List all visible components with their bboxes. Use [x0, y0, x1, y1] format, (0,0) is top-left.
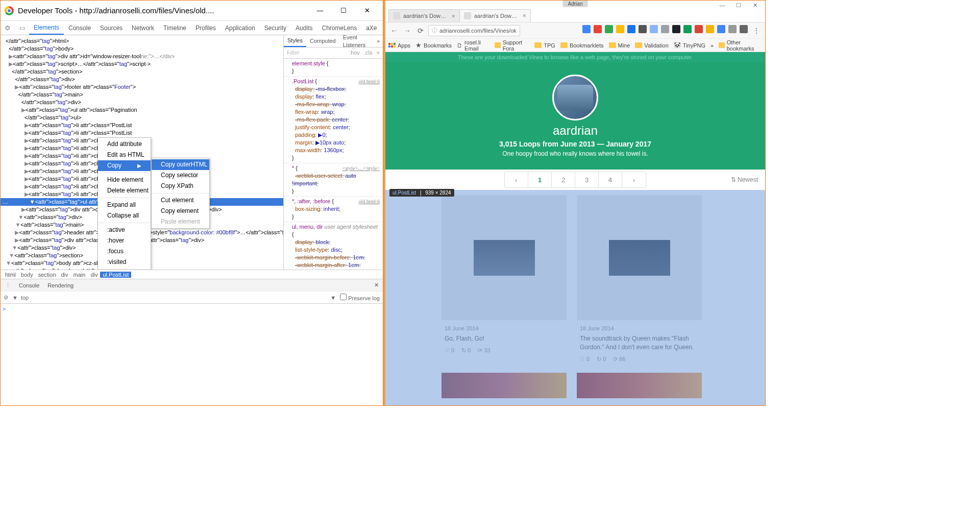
ext-icon[interactable]	[706, 25, 714, 33]
ext-icon[interactable]	[582, 25, 591, 33]
menu-item[interactable]: Copy▶	[98, 160, 151, 171]
menu-item[interactable]: :visited	[98, 257, 151, 268]
page-number[interactable]: 3	[575, 172, 599, 187]
menu-item[interactable]: Copy outerHTML	[152, 159, 209, 170]
menu-item[interactable]: Add attribute	[98, 139, 151, 150]
breadcrumb-item[interactable]: section	[36, 272, 59, 278]
filter-input[interactable]: Filter	[287, 49, 345, 57]
bookmark-item[interactable]: 🐼TinyPNG	[674, 42, 705, 49]
console-body[interactable]: >	[1, 303, 383, 405]
ext-icon[interactable]	[639, 25, 647, 33]
tab-sources[interactable]: Sources	[95, 21, 127, 35]
hov-toggle[interactable]: :hov	[349, 49, 360, 57]
other-bookmarks[interactable]: Other bookmarks	[719, 39, 762, 52]
ext-icon[interactable]	[728, 25, 737, 33]
breadcrumb-item[interactable]: main	[71, 272, 88, 278]
styles-tab-computed[interactable]: Computed	[306, 35, 339, 47]
tab-security[interactable]: Security	[260, 21, 291, 35]
close-icon[interactable]: ×	[451, 12, 455, 20]
breadcrumb-item[interactable]: body	[18, 272, 36, 278]
tab-elements[interactable]: Elements	[29, 21, 64, 35]
apps-button[interactable]: Apps	[388, 42, 410, 49]
ext-icon[interactable]	[740, 25, 748, 33]
tab-chromelens[interactable]: ChromeLens	[317, 21, 361, 35]
bookmark-item[interactable]: Bookmarklets	[560, 42, 604, 49]
menu-item[interactable]: Copy element	[152, 206, 209, 216]
ext-icon[interactable]	[661, 25, 669, 33]
drawer-close-icon[interactable]: ✕	[370, 282, 383, 288]
ext-icon[interactable]	[594, 25, 602, 33]
tab-application[interactable]: Application	[220, 21, 260, 35]
menu-item[interactable]: Copy XPath	[152, 181, 209, 191]
breadcrumb-item[interactable]: ul.PostList	[100, 272, 131, 278]
console-tab[interactable]: Console	[15, 282, 43, 288]
cls-toggle[interactable]: .cls	[364, 49, 373, 57]
drawer-menu-icon[interactable]: ⋮	[1, 278, 15, 292]
site-info-icon[interactable]: ⓘ	[432, 27, 437, 34]
bookmark-item[interactable]: TPG	[534, 42, 555, 49]
menu-item[interactable]: Delete element	[98, 185, 151, 196]
tab-timeline[interactable]: Timeline	[159, 21, 191, 35]
bookmark-item[interactable]: Mine	[609, 42, 630, 49]
ext-icon[interactable]	[683, 25, 692, 33]
page-number[interactable]: 1	[528, 172, 552, 187]
menu-item[interactable]: :active	[98, 225, 151, 235]
sort-newest[interactable]: ⇅ Newest	[731, 176, 758, 183]
breadcrumb-item[interactable]: div	[88, 272, 100, 278]
inspect-icon[interactable]: ⯐	[1, 21, 15, 35]
add-rule-button[interactable]: +	[377, 49, 380, 57]
bookmark-item[interactable]: Support Fora	[495, 39, 529, 52]
menu-item[interactable]: Copy selector	[152, 170, 209, 181]
page-prev[interactable]: ‹	[505, 172, 528, 187]
bookmark-item[interactable]: 🗋rosel.li Email	[457, 39, 489, 52]
tab-profiles[interactable]: Profiles	[191, 21, 220, 35]
styles-tab-styles[interactable]: Styles	[284, 35, 306, 47]
breadcrumb-item[interactable]: div	[59, 272, 71, 278]
tab-axe[interactable]: aXe	[361, 21, 381, 35]
device-icon[interactable]: ▭	[15, 21, 29, 35]
more-icon[interactable]: »	[374, 37, 383, 45]
reload-button[interactable]: ⟳	[415, 25, 426, 36]
menu-item[interactable]: Expand all	[98, 200, 151, 210]
tab-network[interactable]: Network	[127, 21, 159, 35]
context-submenu[interactable]: Copy outerHTMLCopy selectorCopy XPathCut…	[151, 158, 210, 229]
clear-console-icon[interactable]: ⊘	[4, 294, 8, 301]
browser-tab[interactable]: aardrian's Downloaded V×	[388, 9, 460, 22]
menu-item[interactable]: Hide element	[98, 175, 151, 185]
bookmark-overflow[interactable]: »	[710, 42, 714, 49]
bookmark-item[interactable]: ★Bookmarks	[415, 41, 452, 49]
close-button[interactable]: ✕	[747, 1, 763, 10]
browser-tab[interactable]: aardrian's Downloaded V×	[459, 9, 531, 22]
rendering-tab[interactable]: Rendering	[43, 282, 78, 288]
ext-icon[interactable]	[650, 25, 658, 33]
menu-item[interactable]: Collapse all	[98, 210, 151, 221]
tab-audits[interactable]: Audits	[291, 21, 317, 35]
breadcrumb-item[interactable]: html	[3, 272, 18, 278]
menu-icon[interactable]: ⋮	[751, 25, 762, 36]
ext-icon[interactable]	[627, 25, 635, 33]
preserve-log-checkbox[interactable]	[340, 294, 347, 300]
ext-icon[interactable]	[717, 25, 725, 33]
filter-icon[interactable]: ▼	[12, 295, 18, 301]
menu-item[interactable]: Edit as HTML	[98, 150, 151, 160]
tab-console[interactable]: Console	[64, 21, 95, 35]
menu-item[interactable]: :hover	[98, 235, 151, 246]
forward-button[interactable]: →	[402, 25, 413, 36]
page-next[interactable]: ›	[622, 172, 646, 187]
ext-icon[interactable]	[695, 25, 703, 33]
minimize-button[interactable]: —	[308, 3, 332, 18]
ext-icon[interactable]	[672, 25, 680, 33]
context-menu[interactable]: Add attributeEdit as HTMLCopy▶Hide eleme…	[97, 137, 151, 270]
url-input[interactable]: ⓘadrianroselli.com/files/Vines/ok	[428, 25, 520, 36]
maximize-button[interactable]: ☐	[730, 1, 747, 10]
user-chip[interactable]: Adrian	[563, 1, 588, 7]
back-button[interactable]: ←	[388, 25, 400, 36]
styles-body[interactable]: element.style {}old.html:6.PostList { di…	[284, 59, 383, 270]
elements-panel[interactable]: </attr">class="tag">html> </attr">class=…	[1, 35, 283, 270]
styles-tab-events[interactable]: Event Listeners	[339, 35, 374, 47]
maximize-button[interactable]: ☐	[332, 3, 355, 18]
scope-select[interactable]: top	[21, 295, 29, 301]
ext-icon[interactable]	[616, 25, 624, 33]
bookmark-item[interactable]: Validation	[635, 42, 669, 49]
minimize-button[interactable]: —	[714, 1, 730, 10]
